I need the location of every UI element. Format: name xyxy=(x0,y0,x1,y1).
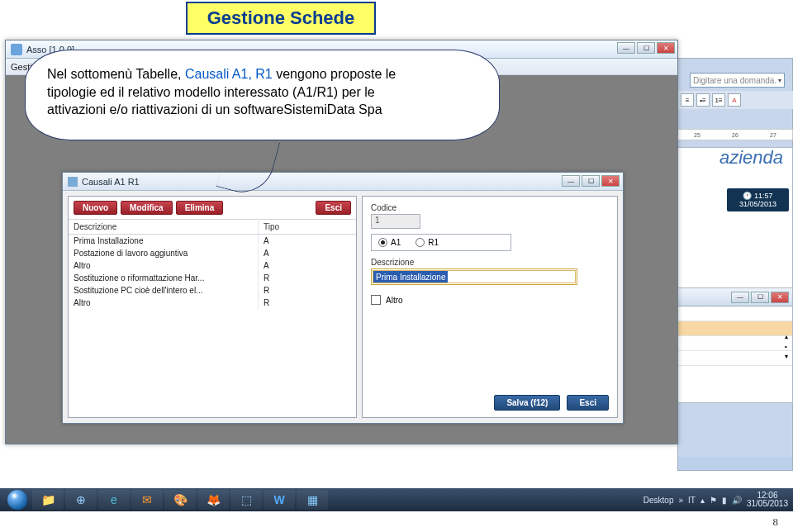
descrizione-field[interactable]: Prima Installazione xyxy=(371,268,577,285)
cell-tipo: A xyxy=(259,247,333,259)
dialog-titlebar: Causali A1 R1 — ☐ ✕ xyxy=(63,173,623,191)
nuovo-button[interactable]: Nuovo xyxy=(74,201,117,215)
taskbar-date: 31/05/2013 xyxy=(747,500,788,509)
taskbar-app2-icon[interactable]: ▦ xyxy=(297,490,328,510)
help-search-placeholder: Digitare una domanda. xyxy=(693,76,776,85)
start-button[interactable] xyxy=(3,488,31,511)
descrizione-value: Prima Installazione xyxy=(373,271,448,283)
toolbar-row: Nuovo Modifica Elimina Esci xyxy=(69,197,356,219)
list-row[interactable]: AltroA xyxy=(69,259,356,272)
dialog-button-row: Salva (f12) Esci xyxy=(494,395,609,411)
secondary-titlebar: — ☐ ✕ xyxy=(678,288,792,306)
bubble-text: tipologie ed il relativo modello interes… xyxy=(47,85,375,99)
radio-a1-label: A1 xyxy=(391,238,401,247)
elimina-button[interactable]: Elimina xyxy=(176,201,224,215)
codice-label: Codice xyxy=(371,203,609,212)
font-color-icon[interactable]: A xyxy=(728,93,741,107)
altro-checkbox-row[interactable]: Altro xyxy=(371,295,609,305)
cell-descr: Sostituzione PC cioè dell'intero el... xyxy=(69,284,259,297)
dialog-body: Nuovo Modifica Elimina Esci Descrizione … xyxy=(63,191,623,423)
desktop-clock-widget: 🕐 11:57 31/05/2013 xyxy=(727,188,789,211)
ruler-tick: 26 xyxy=(732,132,738,138)
cell-descr: Sostituzione o riformattazione Har... xyxy=(69,272,259,284)
ruler-tick: 25 xyxy=(694,132,700,138)
list-row[interactable]: AltroR xyxy=(69,297,356,309)
taskbar-word-icon[interactable]: W xyxy=(264,490,295,510)
col-descrizione-header[interactable]: Descrizione xyxy=(69,220,259,234)
list-row[interactable]: Postazione di lavoro aggiuntivaA xyxy=(69,247,356,259)
number-list-icon[interactable]: 1≡ xyxy=(712,93,725,107)
list-panel: Nuovo Modifica Elimina Esci Descrizione … xyxy=(68,196,357,418)
cell-descr: Prima Installazione xyxy=(69,235,259,247)
bubble-text: vengono proposte le xyxy=(276,67,396,81)
close-button[interactable]: ✕ xyxy=(657,42,675,54)
taskbar-explorer-icon[interactable]: 📁 xyxy=(32,490,64,510)
radio-icon xyxy=(415,238,425,247)
azienda-watermark: azienda xyxy=(719,147,783,169)
esci-button-2[interactable]: Esci xyxy=(567,395,609,411)
minimize-button[interactable]: — xyxy=(562,175,580,187)
modifica-button[interactable]: Modifica xyxy=(121,201,173,215)
scroll-dot-icon[interactable]: • xyxy=(785,343,791,349)
bubble-link-text: Causali A1, R1 xyxy=(185,67,276,81)
tray-up-icon[interactable]: ▴ xyxy=(700,496,705,505)
list-row[interactable]: Sostituzione o riformattazione Har...R xyxy=(69,272,356,284)
secondary-row xyxy=(678,306,792,321)
list-row[interactable]: Prima InstallazioneA xyxy=(69,235,356,247)
language-indicator[interactable]: IT xyxy=(688,496,696,505)
checkbox-icon xyxy=(371,295,381,305)
minimize-button[interactable]: — xyxy=(617,42,635,54)
cell-descr: Altro xyxy=(69,259,259,272)
volume-icon[interactable]: 🔊 xyxy=(732,496,742,505)
taskbar-hp-icon[interactable]: ⊕ xyxy=(65,490,97,510)
esci-button[interactable]: Esci xyxy=(316,201,351,215)
ruler: 25 26 27 xyxy=(677,129,793,140)
network-icon[interactable]: ▮ xyxy=(722,496,727,505)
maximize-button[interactable]: ☐ xyxy=(582,175,600,187)
maximize-button[interactable]: ☐ xyxy=(751,292,769,303)
close-button[interactable]: ✕ xyxy=(601,175,620,187)
flag-icon[interactable]: ⚑ xyxy=(710,496,717,505)
bubble-text: attivazioni e/o riattivazioni di un soft… xyxy=(47,102,382,116)
list-body: Prima InstallazioneA Postazione di lavor… xyxy=(69,235,356,309)
col-tipo-header[interactable]: Tipo xyxy=(259,220,333,234)
descrizione-label: Descrizione xyxy=(371,258,609,267)
cell-tipo: R xyxy=(259,272,333,284)
windows-taskbar: 📁 ⊕ e ✉ 🎨 🦊 ⬚ W ▦ Desktop » IT ▴ ⚑ ▮ 🔊 1… xyxy=(0,488,793,511)
list-row[interactable]: Sostituzione PC cioè dell'intero el...R xyxy=(69,284,356,297)
scroll-up-icon[interactable]: ▴ xyxy=(785,333,791,340)
chevron-down-icon: ▾ xyxy=(778,77,781,84)
cell-tipo: R xyxy=(259,284,333,297)
show-desktop-label[interactable]: Desktop xyxy=(643,496,674,505)
dialog-icon xyxy=(68,177,78,187)
taskbar-ie-icon[interactable]: e xyxy=(98,490,130,510)
help-search-box[interactable]: Digitare una domanda. ▾ xyxy=(690,73,785,88)
taskbar-app-icon[interactable]: ⬚ xyxy=(230,490,262,510)
taskbar-outlook-icon[interactable]: ✉ xyxy=(131,490,163,510)
causali-dialog: Causali A1 R1 — ☐ ✕ Nuovo Modifica Elimi… xyxy=(62,172,624,424)
codice-field[interactable]: 1 xyxy=(371,214,420,229)
taskbar-clock[interactable]: 12:06 31/05/2013 xyxy=(747,492,788,509)
app-icon xyxy=(11,44,22,55)
tray-chevron-icon[interactable]: » xyxy=(678,496,683,505)
bullet-list-icon[interactable]: •≡ xyxy=(696,93,710,107)
cell-tipo: R xyxy=(259,297,333,309)
word-statusbar xyxy=(678,457,792,470)
maximize-button[interactable]: ☐ xyxy=(637,42,655,54)
radio-r1[interactable]: R1 xyxy=(415,238,439,247)
list-header-row: Descrizione Tipo xyxy=(69,219,356,235)
taskbar-firefox-icon[interactable]: 🦊 xyxy=(197,490,229,510)
page-title-box: Gestione Schede xyxy=(186,2,376,35)
radio-a1[interactable]: A1 xyxy=(378,238,401,247)
clock-time: 11:57 xyxy=(754,192,773,200)
ruler-tick: 27 xyxy=(770,132,776,138)
windows-logo-icon xyxy=(7,490,27,510)
close-button[interactable]: ✕ xyxy=(771,292,789,303)
scroll-down-icon[interactable]: ▾ xyxy=(785,353,791,359)
cell-descr: Altro xyxy=(69,297,259,309)
taskbar-paint-icon[interactable]: 🎨 xyxy=(164,490,196,510)
minimize-button[interactable]: — xyxy=(731,292,749,303)
salva-button[interactable]: Salva (f12) xyxy=(494,395,560,411)
align-justify-icon[interactable]: ≡ xyxy=(681,93,694,107)
annotation-bubble: Nel sottomenù Tabelle, Causali A1, R1 ve… xyxy=(25,50,500,140)
